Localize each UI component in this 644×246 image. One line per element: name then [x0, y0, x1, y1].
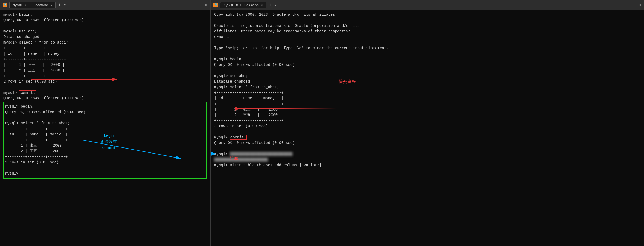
label-zuse: 阻塞: [230, 155, 238, 162]
label-begin-line1: begin: [101, 133, 117, 139]
mysql-icon-text-right: 🐬: [214, 3, 217, 6]
terminal-content-left[interactable]: mysql> begin; Query OK, 0 rows affected …: [0, 10, 210, 246]
terminal-text-left: mysql> begin; Query OK, 0 rows affected …: [3, 12, 207, 101]
commit-highlight-right: commit;: [230, 135, 247, 140]
tab-dropdown-right[interactable]: ∨: [274, 3, 278, 7]
close-btn-left[interactable]: ✕: [204, 3, 208, 7]
tab-right-main[interactable]: MySQL 8.0 Commanc ✕: [220, 2, 266, 8]
tab-add-left[interactable]: +: [56, 3, 63, 7]
mysql-icon-text: 🐬: [4, 3, 7, 6]
close-btn-right[interactable]: ✕: [638, 3, 642, 7]
title-bar-left: 🐬 MySQL 8.0 Commanc ✕ + ∨ — □ ✕: [0, 0, 210, 10]
tab-right-label: MySQL 8.0 Commanc: [224, 3, 259, 7]
commit-highlight-left: commit;: [19, 90, 36, 95]
tab-left-main[interactable]: MySQL 8.0 Commanc ✕: [9, 2, 56, 8]
cursor-line: [319, 163, 321, 167]
tijiao-text: 提交事务: [339, 79, 356, 84]
terminal-window-right: 🐬 MySQL 8.0 Commanc ✕ + ∨ — □ ✕ Copyrigh…: [211, 0, 644, 246]
blurred-command: ████████████████████████████: [230, 152, 292, 156]
maximize-btn-right[interactable]: □: [631, 3, 635, 7]
title-bar-controls-left: — □ ✕: [190, 3, 208, 7]
maximize-btn-left[interactable]: □: [197, 3, 201, 7]
blurred-result: ████████████████████████: [214, 158, 268, 162]
label-begin-line3: commit: [101, 145, 117, 151]
label-tijiao: 提交事务: [339, 78, 356, 85]
title-bar-right: 🐬 MySQL 8.0 Commanc ✕ + ∨ — □ ✕: [211, 0, 644, 10]
terminal-window-left: 🐬 MySQL 8.0 Commanc ✕ + ∨ — □ ✕ mysql> b…: [0, 0, 210, 246]
tab-dropdown-left[interactable]: ∨: [63, 3, 67, 7]
terminal-content-right[interactable]: Copyright (c) 2000, 2023, Oracle and/or …: [211, 10, 644, 246]
label-begin-no-commit: begin 但是没有 commit: [101, 133, 117, 151]
minimize-btn-left[interactable]: —: [190, 3, 194, 7]
minimize-btn-right[interactable]: —: [624, 3, 628, 7]
terminals-container: 🐬 MySQL 8.0 Commanc ✕ + ∨ — □ ✕ mysql> b…: [0, 0, 644, 246]
mysql-icon-left: 🐬: [2, 2, 8, 8]
label-begin-line2: 但是没有: [101, 139, 117, 145]
tab-add-right[interactable]: +: [267, 3, 274, 7]
terminal-text-right: Copyright (c) 2000, 2023, Oracle and/or …: [214, 12, 641, 168]
zuse-text: 阻塞: [230, 156, 238, 161]
mysql-icon-right: 🐬: [213, 2, 218, 8]
tab-close-left[interactable]: ✕: [50, 3, 52, 7]
title-bar-controls-right: — □ ✕: [624, 3, 642, 7]
tab-close-right[interactable]: ✕: [261, 3, 263, 7]
tab-left-label: MySQL 8.0 Commanc: [13, 3, 48, 7]
